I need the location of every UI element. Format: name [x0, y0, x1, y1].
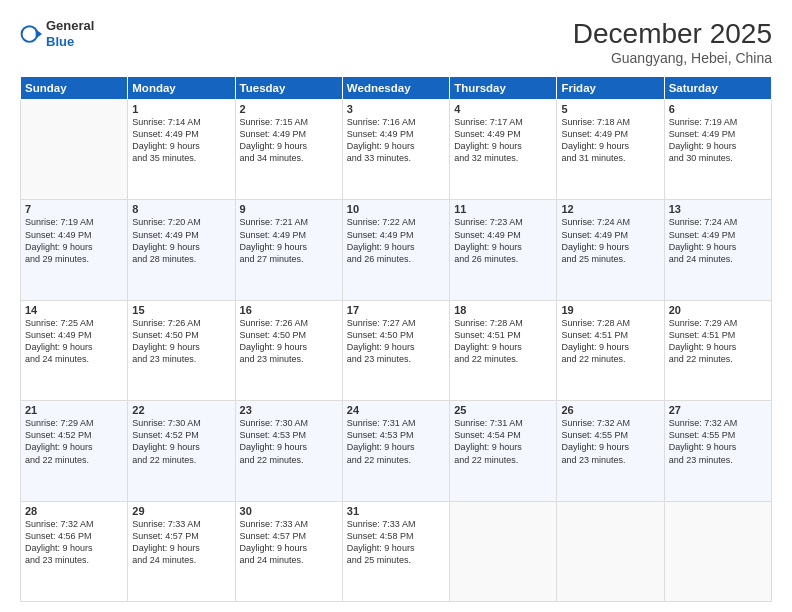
- day-info: Sunrise: 7:23 AMSunset: 4:49 PMDaylight:…: [454, 216, 552, 265]
- day-number: 17: [347, 304, 445, 316]
- day-number: 25: [454, 404, 552, 416]
- day-info: Sunrise: 7:17 AMSunset: 4:49 PMDaylight:…: [454, 116, 552, 165]
- calendar-day-header: Tuesday: [235, 77, 342, 100]
- calendar-cell: 16Sunrise: 7:26 AMSunset: 4:50 PMDayligh…: [235, 300, 342, 400]
- day-number: 4: [454, 103, 552, 115]
- calendar-cell: 5Sunrise: 7:18 AMSunset: 4:49 PMDaylight…: [557, 100, 664, 200]
- day-number: 1: [132, 103, 230, 115]
- calendar-cell: [450, 501, 557, 601]
- calendar-cell: 7Sunrise: 7:19 AMSunset: 4:49 PMDaylight…: [21, 200, 128, 300]
- day-info: Sunrise: 7:21 AMSunset: 4:49 PMDaylight:…: [240, 216, 338, 265]
- calendar-cell: 11Sunrise: 7:23 AMSunset: 4:49 PMDayligh…: [450, 200, 557, 300]
- day-info: Sunrise: 7:26 AMSunset: 4:50 PMDaylight:…: [240, 317, 338, 366]
- calendar-cell: 4Sunrise: 7:17 AMSunset: 4:49 PMDaylight…: [450, 100, 557, 200]
- day-number: 19: [561, 304, 659, 316]
- calendar-cell: 23Sunrise: 7:30 AMSunset: 4:53 PMDayligh…: [235, 401, 342, 501]
- day-number: 20: [669, 304, 767, 316]
- day-info: Sunrise: 7:24 AMSunset: 4:49 PMDaylight:…: [561, 216, 659, 265]
- day-number: 9: [240, 203, 338, 215]
- month-title: December 2025: [573, 18, 772, 50]
- calendar-cell: 26Sunrise: 7:32 AMSunset: 4:55 PMDayligh…: [557, 401, 664, 501]
- day-info: Sunrise: 7:32 AMSunset: 4:55 PMDaylight:…: [561, 417, 659, 466]
- calendar-table: SundayMondayTuesdayWednesdayThursdayFrid…: [20, 76, 772, 602]
- day-number: 16: [240, 304, 338, 316]
- logo-icon: [20, 23, 42, 45]
- calendar-week-row: 21Sunrise: 7:29 AMSunset: 4:52 PMDayligh…: [21, 401, 772, 501]
- day-number: 29: [132, 505, 230, 517]
- calendar-cell: 1Sunrise: 7:14 AMSunset: 4:49 PMDaylight…: [128, 100, 235, 200]
- day-info: Sunrise: 7:22 AMSunset: 4:49 PMDaylight:…: [347, 216, 445, 265]
- calendar-cell: 27Sunrise: 7:32 AMSunset: 4:55 PMDayligh…: [664, 401, 771, 501]
- calendar-cell: 22Sunrise: 7:30 AMSunset: 4:52 PMDayligh…: [128, 401, 235, 501]
- day-info: Sunrise: 7:19 AMSunset: 4:49 PMDaylight:…: [25, 216, 123, 265]
- calendar-cell: 2Sunrise: 7:15 AMSunset: 4:49 PMDaylight…: [235, 100, 342, 200]
- day-number: 28: [25, 505, 123, 517]
- calendar-cell: [557, 501, 664, 601]
- day-info: Sunrise: 7:26 AMSunset: 4:50 PMDaylight:…: [132, 317, 230, 366]
- day-number: 7: [25, 203, 123, 215]
- location: Guangyang, Hebei, China: [573, 50, 772, 66]
- day-info: Sunrise: 7:29 AMSunset: 4:52 PMDaylight:…: [25, 417, 123, 466]
- day-number: 8: [132, 203, 230, 215]
- day-info: Sunrise: 7:14 AMSunset: 4:49 PMDaylight:…: [132, 116, 230, 165]
- day-info: Sunrise: 7:32 AMSunset: 4:55 PMDaylight:…: [669, 417, 767, 466]
- title-area: December 2025 Guangyang, Hebei, China: [573, 18, 772, 66]
- calendar-cell: 3Sunrise: 7:16 AMSunset: 4:49 PMDaylight…: [342, 100, 449, 200]
- calendar-cell: 13Sunrise: 7:24 AMSunset: 4:49 PMDayligh…: [664, 200, 771, 300]
- calendar-day-header: Thursday: [450, 77, 557, 100]
- day-number: 6: [669, 103, 767, 115]
- day-info: Sunrise: 7:28 AMSunset: 4:51 PMDaylight:…: [561, 317, 659, 366]
- day-info: Sunrise: 7:31 AMSunset: 4:53 PMDaylight:…: [347, 417, 445, 466]
- logo: General Blue: [20, 18, 94, 49]
- calendar-cell: 21Sunrise: 7:29 AMSunset: 4:52 PMDayligh…: [21, 401, 128, 501]
- day-number: 18: [454, 304, 552, 316]
- day-number: 21: [25, 404, 123, 416]
- calendar-cell: 15Sunrise: 7:26 AMSunset: 4:50 PMDayligh…: [128, 300, 235, 400]
- calendar-cell: 28Sunrise: 7:32 AMSunset: 4:56 PMDayligh…: [21, 501, 128, 601]
- calendar-day-header: Wednesday: [342, 77, 449, 100]
- day-info: Sunrise: 7:24 AMSunset: 4:49 PMDaylight:…: [669, 216, 767, 265]
- logo-text: General Blue: [46, 18, 94, 49]
- header: General Blue December 2025 Guangyang, He…: [20, 18, 772, 66]
- calendar-day-header: Monday: [128, 77, 235, 100]
- svg-point-0: [22, 26, 38, 42]
- calendar-cell: 31Sunrise: 7:33 AMSunset: 4:58 PMDayligh…: [342, 501, 449, 601]
- day-number: 2: [240, 103, 338, 115]
- calendar-cell: 12Sunrise: 7:24 AMSunset: 4:49 PMDayligh…: [557, 200, 664, 300]
- day-info: Sunrise: 7:18 AMSunset: 4:49 PMDaylight:…: [561, 116, 659, 165]
- day-number: 12: [561, 203, 659, 215]
- day-info: Sunrise: 7:25 AMSunset: 4:49 PMDaylight:…: [25, 317, 123, 366]
- calendar-cell: [664, 501, 771, 601]
- calendar-cell: 14Sunrise: 7:25 AMSunset: 4:49 PMDayligh…: [21, 300, 128, 400]
- calendar-cell: 20Sunrise: 7:29 AMSunset: 4:51 PMDayligh…: [664, 300, 771, 400]
- day-info: Sunrise: 7:30 AMSunset: 4:52 PMDaylight:…: [132, 417, 230, 466]
- day-number: 24: [347, 404, 445, 416]
- calendar-cell: 10Sunrise: 7:22 AMSunset: 4:49 PMDayligh…: [342, 200, 449, 300]
- calendar-week-row: 28Sunrise: 7:32 AMSunset: 4:56 PMDayligh…: [21, 501, 772, 601]
- calendar-cell: 30Sunrise: 7:33 AMSunset: 4:57 PMDayligh…: [235, 501, 342, 601]
- day-number: 30: [240, 505, 338, 517]
- day-info: Sunrise: 7:27 AMSunset: 4:50 PMDaylight:…: [347, 317, 445, 366]
- day-number: 23: [240, 404, 338, 416]
- calendar-day-header: Friday: [557, 77, 664, 100]
- calendar-day-header: Saturday: [664, 77, 771, 100]
- day-number: 26: [561, 404, 659, 416]
- day-info: Sunrise: 7:33 AMSunset: 4:58 PMDaylight:…: [347, 518, 445, 567]
- day-info: Sunrise: 7:30 AMSunset: 4:53 PMDaylight:…: [240, 417, 338, 466]
- day-info: Sunrise: 7:19 AMSunset: 4:49 PMDaylight:…: [669, 116, 767, 165]
- day-info: Sunrise: 7:33 AMSunset: 4:57 PMDaylight:…: [132, 518, 230, 567]
- calendar-cell: 29Sunrise: 7:33 AMSunset: 4:57 PMDayligh…: [128, 501, 235, 601]
- calendar-cell: 25Sunrise: 7:31 AMSunset: 4:54 PMDayligh…: [450, 401, 557, 501]
- day-number: 3: [347, 103, 445, 115]
- calendar-week-row: 1Sunrise: 7:14 AMSunset: 4:49 PMDaylight…: [21, 100, 772, 200]
- day-number: 5: [561, 103, 659, 115]
- day-info: Sunrise: 7:20 AMSunset: 4:49 PMDaylight:…: [132, 216, 230, 265]
- page: General Blue December 2025 Guangyang, He…: [0, 0, 792, 612]
- day-number: 27: [669, 404, 767, 416]
- day-number: 15: [132, 304, 230, 316]
- calendar-cell: 9Sunrise: 7:21 AMSunset: 4:49 PMDaylight…: [235, 200, 342, 300]
- calendar-cell: 18Sunrise: 7:28 AMSunset: 4:51 PMDayligh…: [450, 300, 557, 400]
- day-number: 10: [347, 203, 445, 215]
- day-number: 31: [347, 505, 445, 517]
- day-info: Sunrise: 7:28 AMSunset: 4:51 PMDaylight:…: [454, 317, 552, 366]
